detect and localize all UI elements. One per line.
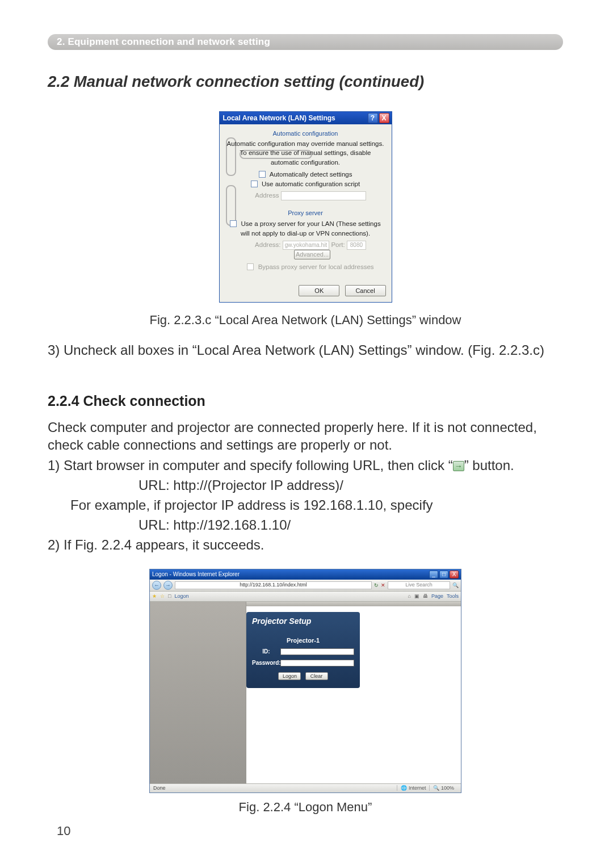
page-number: 10 (57, 824, 70, 838)
password-input[interactable] (280, 660, 354, 666)
auto-config-description: Automatic configuration may override man… (225, 139, 386, 166)
auto-detect-label: Automatically detect settings (270, 171, 352, 178)
browser-window-figure: Logon - Windows Internet Explorer _ □ X … (149, 569, 461, 793)
home-icon[interactable]: ⌂ (408, 593, 411, 599)
bypass-local-label: Bypass proxy server for local addresses (258, 263, 374, 270)
step-3-text: 3) Uncheck all boxes in “Local Area Netw… (48, 341, 563, 359)
url-line-2: URL: http://192.168.1.10/ (138, 516, 563, 534)
projector-setup-panel: Projector Setup Projector-1 ID: Password… (246, 612, 360, 688)
proxy-port-label: Port: (331, 241, 345, 248)
use-proxy-checkbox[interactable] (230, 220, 237, 227)
help-button[interactable]: ? (368, 113, 378, 123)
figure-1-caption: Fig. 2.2.3.c “Local Area Network (LAN) S… (48, 313, 563, 328)
browser-nav-toolbar: ← → http://192.168.1.10/index.html ↻ ✕ L… (150, 580, 461, 592)
favorites-star-icon[interactable]: ★ (152, 593, 157, 599)
tab-label[interactable]: Logon (174, 593, 188, 599)
section-heading-continued: 2.2 Manual network connection setting (c… (48, 73, 563, 91)
print-icon[interactable]: 🖶 (423, 593, 428, 599)
dialog-title-bar: Local Area Network (LAN) Settings ? X (220, 112, 392, 124)
logon-button[interactable]: Logon (278, 672, 301, 680)
go-arrow-icon: → (453, 461, 464, 471)
page-content-area: Projector Setup Projector-1 ID: Password… (246, 602, 461, 783)
ok-button[interactable]: OK (299, 285, 339, 296)
check-connection-step-1: 1) Start browser in computer and specify… (48, 456, 563, 474)
group-label-auto: Automatic configuration (273, 130, 338, 137)
browser-favorites-bar: ★ ☆ □ Logon ⌂ ▣ 🖶 Page Tools (150, 592, 461, 602)
maximize-button[interactable]: □ (439, 571, 448, 578)
proxy-address-label: Address: (255, 241, 280, 248)
search-field[interactable]: Live Search (388, 581, 450, 589)
cancel-button[interactable]: Cancel (345, 285, 386, 296)
check-connection-step-2: 2) If Fig. 2.2.4 appears, it succeeds. (48, 536, 563, 553)
clear-button[interactable]: Clear (305, 672, 328, 680)
browser-title-text: Logon - Windows Internet Explorer (152, 569, 240, 580)
password-label: Password: (252, 660, 280, 666)
step-1-text-a: 1) Start browser in computer and specify… (48, 458, 453, 473)
browser-viewport: Projector Setup Projector-1 ID: Password… (150, 602, 461, 783)
script-address-field[interactable] (281, 191, 366, 200)
page-left-gradient (150, 602, 246, 783)
proxy-server-group: Proxy server Use a proxy server for your… (225, 208, 386, 275)
bypass-local-checkbox[interactable] (247, 263, 254, 270)
subsection-heading-check-connection: 2.2.4 Check connection (48, 393, 563, 409)
forward-button[interactable]: → (163, 581, 173, 590)
auto-script-label: Use automatic configuration script (262, 181, 360, 187)
lan-settings-dialog-figure: Local Area Network (LAN) Settings ? X Au… (219, 111, 392, 303)
back-button[interactable]: ← (152, 581, 161, 590)
check-connection-paragraph-1: Check computer and projector are connect… (48, 418, 563, 454)
group-label-proxy: Proxy server (288, 209, 323, 216)
browser-title-bar: Logon - Windows Internet Explorer _ □ X (150, 569, 461, 580)
script-address-label: Address (255, 192, 279, 199)
proxy-port-field[interactable]: 8080 (347, 241, 366, 250)
tab-icon: □ (168, 593, 171, 599)
projector-setup-title: Projector Setup (246, 617, 349, 626)
tools-menu[interactable]: Tools (447, 593, 459, 599)
status-done-text: Done (153, 785, 166, 791)
browser-close-button[interactable]: X (450, 571, 459, 578)
figure-2-caption: Fig. 2.2.4 “Logon Menu” (48, 800, 563, 815)
breadcrumb: 2. Equipment connection and network sett… (48, 34, 563, 50)
add-favorite-icon[interactable]: ☆ (160, 593, 165, 599)
automatic-configuration-group: Automatic configuration Automatic config… (225, 129, 386, 204)
auto-script-checkbox[interactable] (251, 181, 258, 187)
projector-name-label: Projector-1 (252, 637, 354, 644)
search-go-icon[interactable]: 🔍 (452, 582, 459, 588)
use-proxy-label: Use a proxy server for your LAN (These s… (241, 220, 381, 237)
zoom-icon: 🔍 (433, 785, 439, 791)
status-zoom-value: 100% (441, 785, 454, 791)
id-label: ID: (252, 648, 280, 655)
address-bar[interactable]: http://192.168.1.10/index.html (175, 581, 372, 589)
dialog-title-text: Local Area Network (LAN) Settings (223, 114, 335, 122)
page-menu[interactable]: Page (431, 593, 443, 599)
feeds-icon[interactable]: ▣ (414, 593, 419, 599)
status-zone: 🌐 Internet (397, 785, 429, 791)
proxy-address-field[interactable]: gw.yokohama.hit (283, 241, 330, 250)
internet-zone-icon: 🌐 (401, 785, 407, 791)
minimize-button[interactable]: _ (429, 571, 438, 578)
browser-status-bar: Done 🌐 Internet 🔍 100% (150, 783, 461, 792)
auto-detect-checkbox[interactable] (259, 171, 266, 178)
close-button[interactable]: X (379, 113, 389, 123)
advanced-button[interactable]: Advanced... (294, 250, 330, 259)
example-text: For example, if projector IP address is … (70, 496, 563, 514)
lan-settings-dialog: Local Area Network (LAN) Settings ? X Au… (219, 111, 392, 303)
stop-icon[interactable]: ✕ (381, 582, 385, 588)
status-zone-label: Internet (409, 785, 426, 791)
url-line-1: URL: http://(Projector IP address)/ (138, 476, 563, 494)
id-input[interactable] (280, 648, 354, 655)
step-1-text-b: ” button. (464, 458, 514, 473)
status-zoom[interactable]: 🔍 100% (429, 785, 457, 791)
refresh-icon[interactable]: ↻ (374, 582, 379, 588)
